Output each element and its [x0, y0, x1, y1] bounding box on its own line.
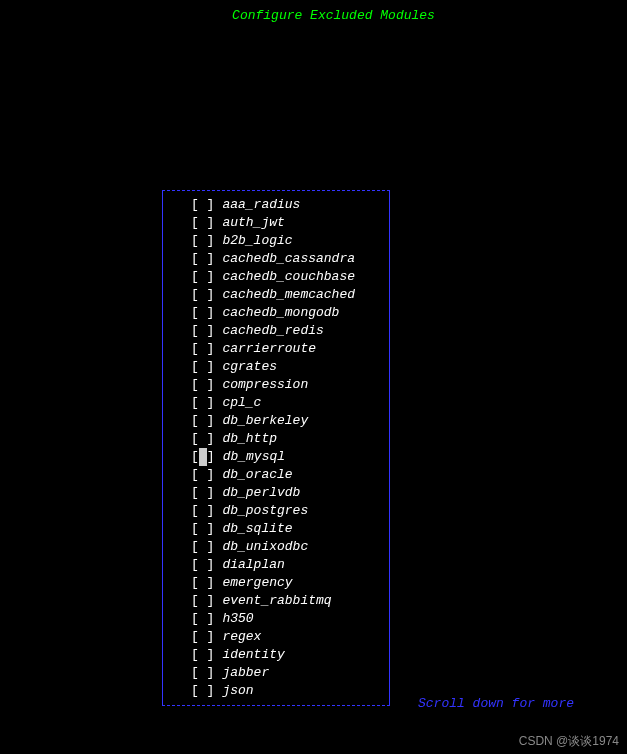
module-checkbox[interactable]: [ ] [191, 502, 214, 520]
module-row[interactable]: [ ]cachedb_memcached [163, 286, 389, 304]
module-row[interactable]: [ ]json [163, 682, 389, 700]
module-row[interactable]: [ ]db_postgres [163, 502, 389, 520]
module-name: b2b_logic [222, 232, 375, 250]
module-row[interactable]: [ ]regex [163, 628, 389, 646]
module-name: dialplan [222, 556, 375, 574]
module-checkbox[interactable]: [ ] [191, 556, 214, 574]
module-row[interactable]: [ ]jabber [163, 664, 389, 682]
module-checkbox[interactable]: [ ] [191, 394, 214, 412]
module-checkbox[interactable]: [ ] [191, 304, 214, 322]
module-row[interactable]: [ ]cachedb_cassandra [163, 250, 389, 268]
module-checkbox[interactable]: [ ] [191, 682, 214, 700]
module-row[interactable]: [ ]event_rabbitmq [163, 592, 389, 610]
module-row[interactable]: [ ]carrierroute [163, 340, 389, 358]
module-checkbox[interactable]: [ ] [191, 574, 214, 592]
module-name: cachedb_memcached [222, 286, 375, 304]
module-checkbox[interactable]: [ ] [191, 358, 214, 376]
module-row[interactable]: [ ]db_http [163, 430, 389, 448]
module-name: db_perlvdb [222, 484, 375, 502]
module-name: jabber [222, 664, 375, 682]
module-row[interactable]: [ ]db_unixodbc [163, 538, 389, 556]
module-name: db_mysql [223, 448, 375, 466]
watermark: CSDN @谈谈1974 [519, 733, 619, 750]
module-checkbox[interactable]: [ ] [191, 412, 214, 430]
module-row[interactable]: [ ]identity [163, 646, 389, 664]
module-checkbox[interactable]: [ ] [191, 376, 214, 394]
module-checkbox[interactable]: [ ] [191, 628, 214, 646]
module-list[interactable]: [ ]aaa_radius[ ]auth_jwt[ ]b2b_logic[ ]c… [163, 191, 389, 705]
module-name: auth_jwt [222, 214, 375, 232]
module-row[interactable]: [ ]cgrates [163, 358, 389, 376]
module-row[interactable]: [ ]dialplan [163, 556, 389, 574]
module-row[interactable]: [ ]compression [163, 376, 389, 394]
module-checkbox[interactable]: [ ] [191, 646, 214, 664]
module-name: cachedb_cassandra [222, 250, 375, 268]
module-row[interactable]: [ ]b2b_logic [163, 232, 389, 250]
module-row[interactable]: [ ]db_sqlite [163, 520, 389, 538]
module-row[interactable]: [ ]cpl_c [163, 394, 389, 412]
module-row[interactable]: [ ]db_perlvdb [163, 484, 389, 502]
module-checkbox[interactable]: [ ] [191, 286, 214, 304]
module-checkbox[interactable]: [ ] [191, 538, 214, 556]
module-checkbox[interactable]: [ ] [191, 430, 214, 448]
module-checkbox[interactable]: [ ] [191, 250, 214, 268]
module-name: regex [222, 628, 375, 646]
module-list-box: [ ]aaa_radius[ ]auth_jwt[ ]b2b_logic[ ]c… [162, 190, 390, 706]
module-row[interactable]: [ ]emergency [163, 574, 389, 592]
module-name: db_oracle [222, 466, 375, 484]
module-row[interactable]: [ ]h350 [163, 610, 389, 628]
module-checkbox[interactable]: [ ] [191, 592, 214, 610]
module-checkbox[interactable]: [ ] [191, 664, 214, 682]
module-name: cachedb_couchbase [222, 268, 375, 286]
module-checkbox[interactable]: [ ] [191, 484, 214, 502]
module-row[interactable]: [ ]db_mysql [163, 448, 389, 466]
module-name: h350 [222, 610, 375, 628]
module-checkbox[interactable]: [ ] [191, 520, 214, 538]
module-row[interactable]: [ ]db_berkeley [163, 412, 389, 430]
module-name: db_berkeley [222, 412, 375, 430]
module-name: cgrates [222, 358, 375, 376]
scroll-hint: Scroll down for more [418, 696, 574, 711]
module-row[interactable]: [ ]cachedb_couchbase [163, 268, 389, 286]
module-name: cachedb_mongodb [222, 304, 375, 322]
module-name: db_unixodbc [222, 538, 375, 556]
module-checkbox[interactable]: [ ] [191, 268, 214, 286]
module-checkbox[interactable]: [ ] [191, 196, 214, 214]
module-checkbox[interactable]: [ ] [191, 214, 214, 232]
module-row[interactable]: [ ]auth_jwt [163, 214, 389, 232]
module-row[interactable]: [ ]cachedb_mongodb [163, 304, 389, 322]
module-name: emergency [222, 574, 375, 592]
module-row[interactable]: [ ]aaa_radius [163, 196, 389, 214]
module-name: db_http [222, 430, 375, 448]
module-name: json [222, 682, 375, 700]
dialog-title: Configure Excluded Modules [0, 0, 627, 23]
module-checkbox[interactable]: [ ] [191, 322, 214, 340]
module-name: cachedb_redis [222, 322, 375, 340]
module-name: compression [222, 376, 375, 394]
module-row[interactable]: [ ]db_oracle [163, 466, 389, 484]
module-checkbox[interactable]: [ ] [191, 466, 214, 484]
module-checkbox[interactable]: [ ] [191, 448, 215, 466]
module-name: db_postgres [222, 502, 375, 520]
module-checkbox[interactable]: [ ] [191, 610, 214, 628]
module-name: carrierroute [222, 340, 375, 358]
module-name: aaa_radius [222, 196, 375, 214]
module-row[interactable]: [ ]cachedb_redis [163, 322, 389, 340]
module-checkbox[interactable]: [ ] [191, 232, 214, 250]
module-name: identity [222, 646, 375, 664]
module-checkbox[interactable]: [ ] [191, 340, 214, 358]
module-name: db_sqlite [222, 520, 375, 538]
module-name: event_rabbitmq [222, 592, 375, 610]
module-name: cpl_c [222, 394, 375, 412]
